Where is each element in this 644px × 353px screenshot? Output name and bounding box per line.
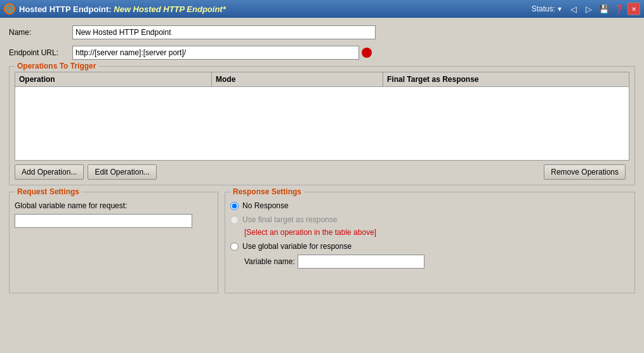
col-final-target: Final Target as Response bbox=[383, 72, 629, 86]
radio-global-variable-label: Use global variable for response bbox=[242, 242, 352, 251]
variable-name-input[interactable] bbox=[298, 255, 424, 269]
title-bar: 🌐 Hosted HTTP Endpoint: New Hosted HTTP … bbox=[0, 0, 644, 18]
url-status-indicator bbox=[362, 48, 372, 58]
operations-table: Operation Mode Final Target as Response bbox=[15, 72, 629, 161]
radio-no-response[interactable] bbox=[230, 202, 239, 210]
add-operation-button[interactable]: Add Operation... bbox=[15, 164, 84, 180]
status-label: Status: bbox=[532, 4, 555, 13]
request-settings-group: Request Settings Global variable name fo… bbox=[9, 192, 218, 293]
app-icon: 🌐 bbox=[4, 3, 15, 15]
icon-btn-1: ◁ bbox=[567, 2, 581, 16]
col-operation: Operation bbox=[15, 72, 212, 86]
nav-left-icon[interactable]: ◁ bbox=[570, 4, 577, 14]
icon-btn-3: 💾 bbox=[597, 2, 611, 16]
icon-btn-2: ▷ bbox=[582, 2, 596, 16]
main-content: Name: Endpoint URL: Operations To Trigge… bbox=[0, 18, 644, 301]
icon-btn-4: ❓ bbox=[612, 2, 626, 16]
name-input[interactable] bbox=[72, 25, 376, 39]
response-settings-group: Response Settings No Response Use final … bbox=[225, 192, 635, 293]
window-controls: ◁ ▷ 💾 ❓ ✕ bbox=[567, 2, 640, 16]
variable-label: Variable name: bbox=[244, 257, 295, 266]
title-static: Hosted HTTP Endpoint: bbox=[19, 4, 112, 14]
table-body bbox=[15, 87, 629, 160]
close-icon: ✕ bbox=[631, 6, 636, 13]
status-dropdown-icon[interactable]: ▾ bbox=[558, 4, 562, 13]
radio-no-response-label: No Response bbox=[242, 201, 289, 210]
help-icon[interactable]: ❓ bbox=[614, 4, 624, 14]
name-label: Name: bbox=[9, 28, 72, 37]
nav-right-icon[interactable]: ▷ bbox=[586, 4, 592, 14]
radio-row-3: Use global variable for response bbox=[230, 242, 629, 251]
url-label: Endpoint URL: bbox=[9, 48, 72, 57]
title-dynamic: New Hosted HTTP Endpoint* bbox=[114, 4, 225, 14]
name-row: Name: bbox=[9, 25, 635, 39]
table-header: Operation Mode Final Target as Response bbox=[15, 72, 629, 87]
status-area: Status: ▾ bbox=[532, 4, 562, 13]
radio-row-2: Use final target as response bbox=[230, 215, 629, 224]
request-field-label: Global variable name for request: bbox=[15, 201, 213, 210]
request-settings-label: Request Settings bbox=[15, 187, 82, 196]
radio-global-variable[interactable] bbox=[230, 243, 239, 251]
request-variable-input[interactable] bbox=[15, 214, 192, 228]
radio-final-target-label: Use final target as response bbox=[242, 215, 337, 224]
variable-row: Variable name: bbox=[244, 255, 629, 269]
bottom-row: Request Settings Global variable name fo… bbox=[9, 192, 635, 293]
title-bar-text: Hosted HTTP Endpoint: New Hosted HTTP En… bbox=[19, 4, 532, 14]
close-button[interactable]: ✕ bbox=[628, 3, 640, 15]
radio-row-1: No Response bbox=[230, 201, 629, 210]
radio-final-target[interactable] bbox=[230, 216, 239, 224]
col-mode: Mode bbox=[212, 72, 383, 86]
operations-buttons: Add Operation... Edit Operation... Remov… bbox=[15, 164, 629, 180]
edit-operation-button[interactable]: Edit Operation... bbox=[88, 164, 157, 180]
url-row-inner bbox=[72, 46, 372, 60]
operations-group: Operations To Trigger Operation Mode Fin… bbox=[9, 66, 635, 185]
url-input[interactable] bbox=[72, 46, 359, 60]
operations-group-label: Operations To Trigger bbox=[15, 62, 98, 70]
url-row: Endpoint URL: bbox=[9, 46, 635, 60]
save-icon[interactable]: 💾 bbox=[599, 4, 609, 14]
selection-hint: [Select an operation in the table above] bbox=[244, 228, 629, 237]
response-settings-label: Response Settings bbox=[230, 187, 304, 196]
remove-operations-button[interactable]: Remove Operations bbox=[544, 164, 626, 180]
